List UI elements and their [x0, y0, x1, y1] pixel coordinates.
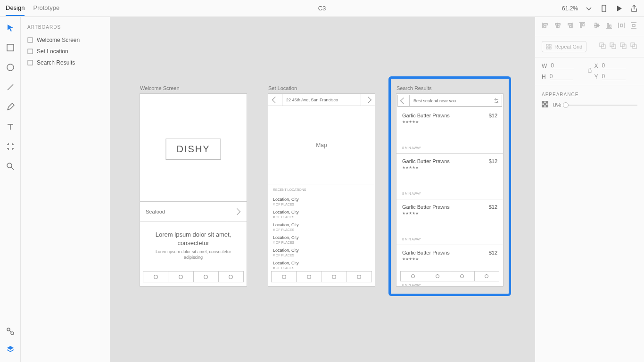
y-label: Y: [594, 74, 598, 80]
select-tool-icon[interactable]: [6, 24, 15, 34]
play-icon[interactable]: [615, 4, 623, 13]
recent-heading: RECENT LOCATIONS: [268, 184, 375, 195]
svg-point-6: [7, 163, 12, 168]
align-bottom-icon[interactable]: [605, 22, 613, 31]
result-item: Garlic Butter Prawns$12★★★★★8 MIN AWAY: [396, 154, 503, 199]
svg-rect-55: [588, 70, 591, 73]
result-distance: 8 MIN AWAY: [402, 146, 421, 149]
svg-rect-57: [542, 101, 544, 103]
svg-rect-0: [602, 5, 606, 12]
y-input[interactable]: [602, 73, 626, 80]
artboard-welcome[interactable]: Welcome Screen DISHY Seafood Lorem ipsum…: [140, 93, 247, 287]
svg-marker-2: [8, 25, 13, 32]
bool-exclude-icon[interactable]: [630, 42, 637, 51]
location-name: Location, City: [273, 222, 370, 227]
location-sub: # OF PLACES: [273, 266, 370, 270]
layers-panel: ARTBOARDS Welcome Screen Set Location Se…: [21, 17, 110, 362]
assets-icon[interactable]: [6, 327, 15, 337]
nav-bar: [400, 271, 499, 281]
line-tool-icon[interactable]: [6, 83, 15, 93]
lock-aspect-icon[interactable]: [587, 68, 593, 75]
layer-item-location[interactable]: Set Location: [27, 46, 103, 57]
result-price: $12: [489, 113, 497, 118]
text-tool-icon[interactable]: [6, 123, 15, 133]
opacity-icon: [542, 101, 548, 109]
results-header: Best seafood near you: [397, 95, 502, 107]
x-input[interactable]: [602, 62, 626, 69]
artboard-label[interactable]: Welcome Screen: [140, 85, 180, 91]
svg-rect-29: [580, 24, 582, 27]
artboard-label[interactable]: Set Location: [268, 85, 297, 91]
chevron-down-icon[interactable]: [585, 4, 593, 13]
location-name: Location, City: [273, 261, 370, 265]
svg-rect-60: [542, 105, 544, 107]
zoom-tool-icon[interactable]: [6, 162, 15, 173]
artboard-tool-icon[interactable]: [6, 142, 15, 153]
svg-marker-1: [617, 6, 622, 11]
location-header: 22 45th Ave, San Francisco: [268, 94, 375, 106]
ellipse-tool-icon[interactable]: [6, 63, 15, 74]
bool-intersect-icon[interactable]: [619, 42, 627, 51]
svg-rect-20: [544, 24, 547, 25]
svg-rect-42: [632, 25, 635, 26]
svg-rect-61: [546, 105, 548, 107]
artboard-results[interactable]: Search Results Best seafood near you Gar…: [396, 93, 504, 287]
tab-prototype[interactable]: Prototype: [33, 0, 59, 16]
location-name: Location, City: [273, 235, 370, 240]
align-right-icon[interactable]: [566, 22, 574, 31]
layers-icon[interactable]: [6, 345, 15, 355]
layer-item-welcome[interactable]: Welcome Screen: [27, 34, 103, 46]
svg-rect-3: [7, 44, 14, 51]
artboard-location[interactable]: Set Location 22 45th Ave, San Francisco …: [268, 93, 375, 287]
nav-dot-icon: [357, 275, 361, 279]
layers-heading: ARTBOARDS: [27, 25, 103, 30]
nav-dot-icon: [485, 274, 488, 278]
svg-rect-35: [607, 24, 609, 27]
nav-dot-icon: [179, 275, 183, 279]
svg-rect-21: [544, 26, 546, 27]
align-left-icon[interactable]: [542, 22, 549, 31]
svg-rect-44: [549, 44, 551, 46]
arrow-right-icon: [233, 208, 240, 215]
dimensions-section: W X H Y: [535, 58, 644, 85]
share-icon[interactable]: [630, 4, 638, 13]
tab-design[interactable]: Design: [6, 0, 25, 16]
svg-rect-58: [546, 101, 548, 103]
layer-item-results[interactable]: Search Results: [27, 57, 103, 68]
pen-tool-icon[interactable]: [6, 103, 15, 113]
distribute-v-icon[interactable]: [630, 22, 637, 31]
location-sub: # OF PLACES: [273, 241, 370, 244]
nav-dot-icon: [282, 275, 286, 279]
location-item: Location, City# OF PLACES: [268, 233, 375, 246]
artboard-label[interactable]: Search Results: [396, 85, 432, 91]
width-input[interactable]: [551, 62, 574, 69]
align-top-icon[interactable]: [578, 22, 586, 31]
bool-add-icon[interactable]: [599, 42, 606, 51]
align-center-h-icon[interactable]: [554, 22, 561, 31]
document-title: C3: [318, 5, 326, 12]
distribute-h-icon[interactable]: [618, 22, 625, 31]
align-middle-icon[interactable]: [593, 22, 601, 31]
location-sub: # OF PLACES: [273, 228, 370, 231]
result-name: Garlic Butter Prawns: [402, 250, 497, 255]
desc-line2: Lorem ipsum dolor sit amet, consectetur …: [149, 249, 237, 260]
zoom-level[interactable]: 61.2%: [562, 5, 578, 12]
nav-dot-icon: [229, 275, 233, 279]
device-preview-icon[interactable]: [600, 4, 608, 13]
height-input[interactable]: [550, 73, 573, 80]
nav-dot-icon: [411, 274, 415, 278]
address-field: 22 45th Ave, San Francisco: [282, 94, 361, 106]
repeat-grid-button[interactable]: Repeat Grid: [542, 41, 586, 52]
rectangle-tool-icon[interactable]: [6, 43, 15, 54]
svg-line-10: [9, 330, 11, 332]
nav-dot-icon: [307, 275, 311, 279]
top-bar: Design Prototype C3 61.2%: [0, 0, 644, 17]
h-label: H: [542, 74, 546, 80]
opacity-slider[interactable]: [566, 105, 637, 106]
canvas[interactable]: Welcome Screen DISHY Seafood Lorem ipsum…: [110, 17, 535, 362]
bool-subtract-icon[interactable]: [609, 42, 617, 51]
appearance-heading: APPEARANCE: [535, 85, 644, 101]
result-item: Garlic Butter Prawns$12★★★★★8 MIN AWAY: [396, 199, 503, 245]
layer-label: Set Location: [37, 48, 68, 55]
result-name: Garlic Butter Prawns: [402, 204, 497, 210]
